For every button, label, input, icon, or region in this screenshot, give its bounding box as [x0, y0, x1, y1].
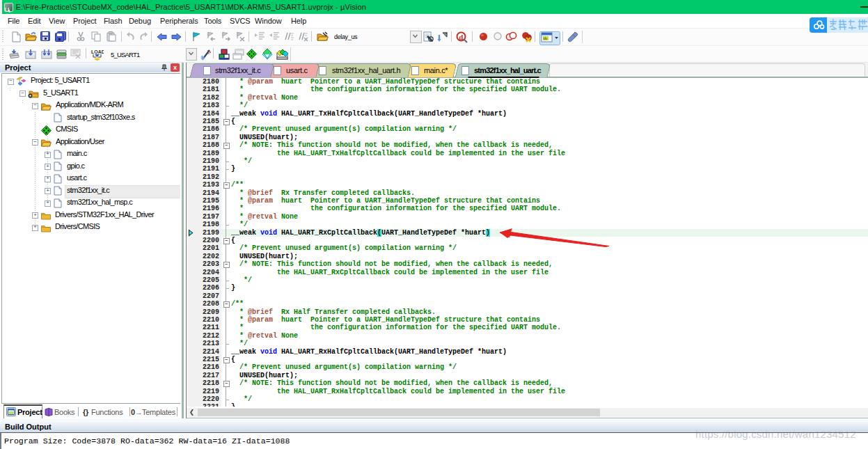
svg-text:LOAD: LOAD — [91, 49, 104, 54]
svg-text:d: d — [459, 33, 463, 41]
